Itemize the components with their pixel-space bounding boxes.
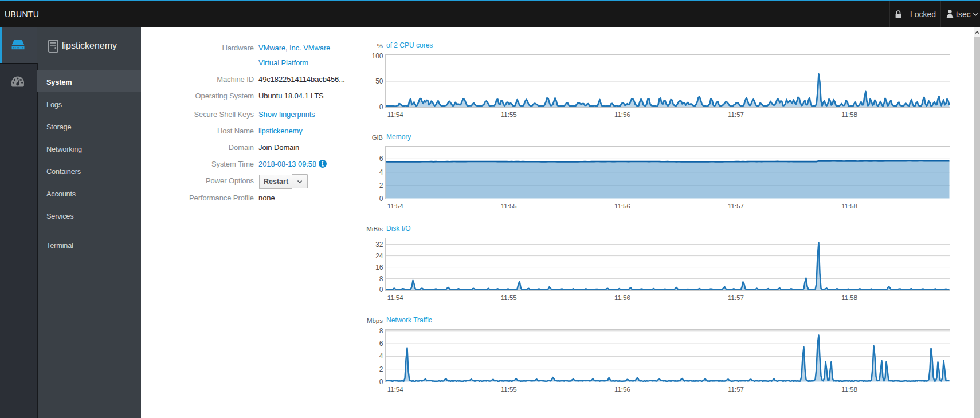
svg-text:11:58: 11:58	[841, 111, 857, 118]
svg-text:0: 0	[379, 195, 383, 203]
svg-text:11:57: 11:57	[728, 111, 744, 118]
svg-text:11:58: 11:58	[841, 386, 857, 393]
svg-text:11:57: 11:57	[728, 294, 744, 301]
svg-text:50: 50	[375, 77, 383, 85]
svg-text:11:55: 11:55	[501, 386, 517, 393]
svg-text:0: 0	[379, 286, 383, 294]
svg-text:11:58: 11:58	[841, 203, 857, 210]
svg-text:11:54: 11:54	[387, 203, 404, 210]
svg-text:6: 6	[379, 155, 383, 163]
svg-text:11:56: 11:56	[614, 203, 630, 210]
svg-text:2: 2	[379, 365, 383, 373]
svg-text:11:57: 11:57	[728, 386, 744, 393]
svg-text:24: 24	[375, 252, 383, 260]
svg-text:11:55: 11:55	[501, 203, 517, 210]
svg-text:11:56: 11:56	[614, 294, 630, 301]
svg-text:11:54: 11:54	[387, 111, 404, 118]
svg-text:0: 0	[379, 378, 383, 386]
svg-text:2: 2	[379, 182, 383, 190]
svg-text:32: 32	[375, 240, 383, 249]
svg-text:4: 4	[379, 168, 383, 176]
svg-text:11:55: 11:55	[501, 294, 517, 301]
svg-text:0: 0	[379, 103, 383, 111]
svg-text:6: 6	[379, 340, 383, 348]
svg-text:11:55: 11:55	[501, 111, 517, 118]
svg-text:11:57: 11:57	[728, 203, 744, 210]
svg-text:11:54: 11:54	[387, 386, 404, 393]
svg-text:11:56: 11:56	[614, 386, 630, 393]
svg-text:100: 100	[371, 52, 383, 60]
svg-text:11:58: 11:58	[841, 294, 857, 301]
svg-text:11:56: 11:56	[614, 111, 630, 118]
svg-text:8: 8	[379, 327, 383, 335]
svg-text:16: 16	[375, 263, 383, 271]
svg-text:4: 4	[379, 352, 383, 360]
svg-text:8: 8	[379, 275, 383, 283]
svg-text:11:54: 11:54	[387, 294, 404, 301]
